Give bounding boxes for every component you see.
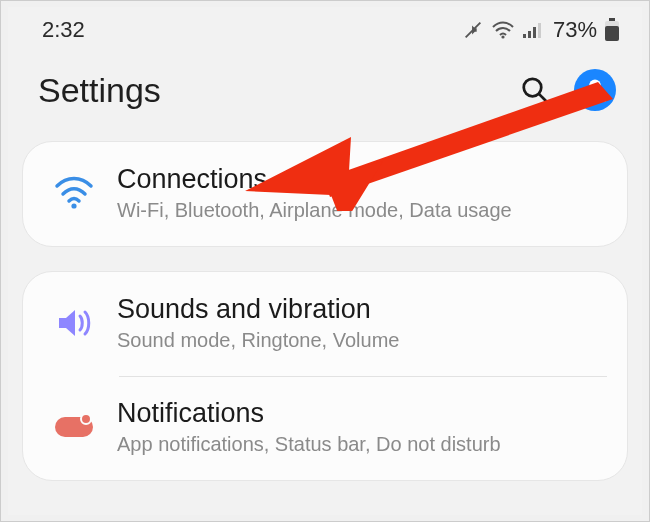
svg-point-11 — [589, 80, 601, 92]
settings-item-title: Connections — [117, 164, 512, 195]
settings-item-title: Notifications — [117, 398, 501, 429]
notifications-toggle-icon — [43, 413, 105, 441]
person-icon — [581, 76, 609, 104]
search-button[interactable] — [518, 73, 552, 107]
settings-header: Settings — [8, 47, 642, 141]
svg-rect-6 — [609, 18, 615, 21]
speaker-icon — [43, 306, 105, 340]
settings-item-subtitle: Sound mode, Ringtone, Volume — [117, 329, 399, 352]
settings-item-connections[interactable]: Connections Wi-Fi, Bluetooth, Airplane m… — [23, 142, 627, 246]
battery-icon — [604, 18, 620, 42]
settings-item-notifications[interactable]: Notifications App notifications, Status … — [23, 376, 627, 480]
svg-rect-4 — [533, 27, 536, 38]
svg-rect-3 — [528, 31, 531, 38]
settings-item-sounds[interactable]: Sounds and vibration Sound mode, Rington… — [23, 272, 627, 376]
svg-point-1 — [501, 35, 504, 38]
svg-rect-5 — [538, 23, 541, 38]
wifi-icon — [43, 176, 105, 210]
svg-point-12 — [71, 203, 76, 208]
settings-item-subtitle: App notifications, Status bar, Do not di… — [117, 433, 501, 456]
svg-rect-8 — [605, 26, 619, 41]
status-bar: 2:32 73% — [8, 7, 642, 47]
settings-group-connections: Connections Wi-Fi, Bluetooth, Airplane m… — [22, 141, 628, 247]
profile-avatar[interactable] — [574, 69, 616, 111]
battery-percent: 73% — [553, 17, 597, 43]
svg-point-14 — [81, 414, 91, 424]
svg-line-10 — [539, 94, 546, 101]
mute-icon — [462, 19, 484, 41]
page-title: Settings — [38, 71, 518, 110]
status-time: 2:32 — [42, 17, 85, 43]
svg-rect-2 — [523, 34, 526, 38]
search-icon — [520, 75, 550, 105]
wifi-icon — [491, 20, 515, 40]
svg-line-0 — [466, 23, 481, 38]
status-indicators: 73% — [462, 17, 620, 43]
signal-icon — [522, 21, 544, 39]
settings-group-sounds-notifications: Sounds and vibration Sound mode, Rington… — [22, 271, 628, 481]
settings-item-title: Sounds and vibration — [117, 294, 399, 325]
settings-item-subtitle: Wi-Fi, Bluetooth, Airplane mode, Data us… — [117, 199, 512, 222]
